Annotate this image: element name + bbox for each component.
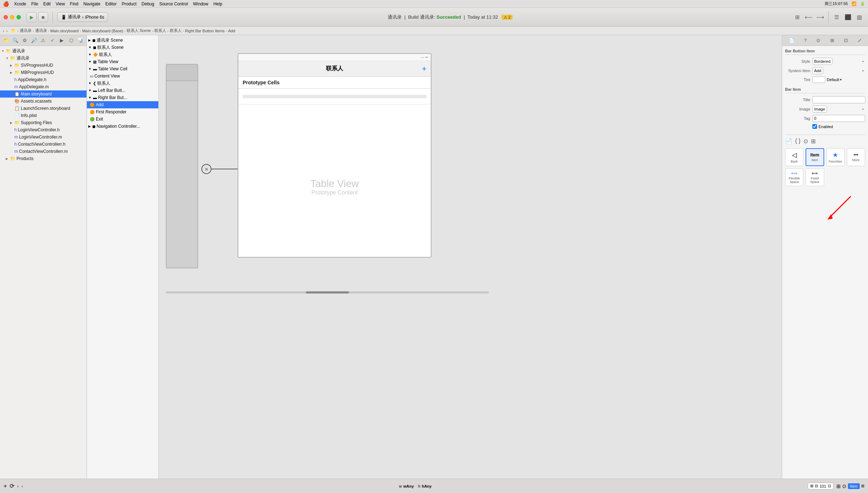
tint-color-swatch[interactable] bbox=[812, 76, 825, 83]
layout-toggle-btn[interactable]: ⊞ bbox=[792, 12, 802, 22]
scene-item-left-bar[interactable]: ▼ ▬ Left Bar Butt... bbox=[87, 87, 158, 94]
breadcrumb-item-1[interactable]: 通讯录 bbox=[20, 28, 32, 33]
tree-item-main-storyboard[interactable]: 📋 Main.storyboard bbox=[0, 90, 87, 98]
nav-report-icon[interactable]: 📊 bbox=[76, 38, 84, 43]
breadcrumb-item-8[interactable]: Right Bar Button Items bbox=[185, 29, 225, 33]
scene-item-lianxiren2[interactable]: ▼ ❮ 联系人 bbox=[87, 80, 158, 87]
menu-source-control[interactable]: Source Control bbox=[159, 1, 188, 6]
menu-window[interactable]: Window bbox=[193, 1, 209, 6]
scene-item-add[interactable]: 🟠 Add bbox=[87, 101, 158, 108]
breadcrumb-item-3[interactable]: Main.storyboard bbox=[50, 29, 79, 33]
tree-item-appdelegate-h[interactable]: h AppDelegate.h bbox=[0, 76, 87, 83]
scene-item-exit[interactable]: 🟢 Exit bbox=[87, 116, 158, 123]
nav-find-icon[interactable]: 🔎 bbox=[30, 38, 38, 43]
tree-item-svprogress[interactable]: ▶ 📁 SVProgressHUD bbox=[0, 62, 87, 69]
forward-btn[interactable]: ⟶ bbox=[815, 12, 825, 22]
nav-source-icon[interactable]: 🔍 bbox=[11, 38, 19, 43]
nav-breakpoint-icon[interactable]: ⬡ bbox=[67, 38, 75, 43]
menu-navigate[interactable]: Navigate bbox=[83, 1, 100, 6]
palette-item-item[interactable]: Item Item bbox=[806, 148, 824, 166]
menu-product[interactable]: Product bbox=[122, 1, 136, 6]
nav-test-icon[interactable]: ✓ bbox=[48, 38, 56, 43]
apple-menu[interactable]: 🍎 bbox=[3, 1, 9, 7]
canvas-area[interactable]: ⊞ — •• 联系人 + P bbox=[159, 35, 782, 479]
menu-editor[interactable]: Editor bbox=[106, 1, 117, 6]
toggle-icon[interactable]: ▶ bbox=[10, 64, 14, 67]
zoom-control[interactable]: ⊞ ⊟ 101 ⊡ bbox=[808, 483, 833, 489]
add-scene-button[interactable]: + bbox=[4, 483, 7, 489]
remove-scene-button[interactable]: ⟳ bbox=[10, 483, 14, 489]
minimize-button[interactable] bbox=[10, 15, 14, 19]
phone-nav-plus-button[interactable]: + bbox=[422, 64, 426, 74]
breadcrumb-item-2[interactable]: 通讯录 bbox=[35, 28, 47, 33]
tree-item-launch[interactable]: 📋 LaunchScreen.storyboard bbox=[0, 105, 87, 112]
menu-find[interactable]: Find bbox=[70, 1, 78, 6]
nav-next-btn[interactable]: › bbox=[6, 29, 8, 33]
inspector-identity-icon[interactable]: ⊙ bbox=[816, 38, 820, 43]
inspector-toggle[interactable]: ⊙ bbox=[842, 483, 846, 489]
scene-item-first-responder[interactable]: 🟠 First Responder bbox=[87, 108, 158, 116]
menu-debug[interactable]: Debug bbox=[141, 1, 154, 6]
expand-icon[interactable]: ⊞ bbox=[861, 484, 864, 488]
nav-issue-icon[interactable]: ⚠ bbox=[39, 38, 47, 43]
breadcrumb-item-9[interactable]: Add bbox=[228, 29, 235, 33]
palette-item-favorites[interactable]: ★ Favorites bbox=[826, 148, 845, 166]
toggle-icon[interactable]: ▶ bbox=[10, 71, 14, 74]
nav-prev-btn[interactable]: ‹ bbox=[3, 29, 4, 33]
toggle-icon[interactable]: ▶ bbox=[6, 157, 10, 160]
tree-item-contactvc-h[interactable]: h ContactViewControllerr.h bbox=[0, 141, 87, 148]
breadcrumb-item-4[interactable]: Main.storyboard (Base) bbox=[82, 29, 123, 33]
tree-item-loginvc-m[interactable]: m LoginViewController.m bbox=[0, 133, 87, 141]
nav-symbol-icon[interactable]: ⚙ bbox=[21, 38, 29, 43]
tree-item-contactvc-m[interactable]: m ContactViewControllerr.m bbox=[0, 148, 87, 155]
inspector-quick-icon[interactable]: ? bbox=[804, 38, 807, 43]
tree-item-subroot[interactable]: ▼ 📁 通讯录 bbox=[0, 55, 87, 62]
toggle-icon[interactable]: ▼ bbox=[1, 50, 6, 53]
inspector-size-icon[interactable]: ⊡ bbox=[844, 38, 848, 43]
palette-code-icon[interactable]: { } bbox=[795, 138, 801, 145]
nav-controller-box[interactable] bbox=[166, 64, 198, 268]
palette-item-back[interactable]: ◁ Back bbox=[785, 148, 803, 166]
tree-item-root[interactable]: ▼ 📁 通讯录 bbox=[0, 47, 87, 55]
back-arrow-icon[interactable]: ‹ bbox=[17, 484, 19, 488]
menu-file[interactable]: File bbox=[31, 1, 38, 6]
breadcrumb-item-7[interactable]: 联系人 bbox=[170, 28, 182, 33]
tree-item-loginvc-h[interactable]: h LoginViewController.h bbox=[0, 126, 87, 133]
breadcrumb-item-6[interactable]: 联系人 bbox=[154, 28, 166, 33]
palette-item-flexible[interactable]: ⟺ Flexible Space bbox=[785, 168, 803, 186]
menu-edit[interactable]: Edit bbox=[43, 1, 51, 6]
palette-item-more[interactable]: ••• More bbox=[847, 148, 865, 166]
canvas-scrollbar[interactable] bbox=[166, 291, 489, 294]
tree-item-supporting-files[interactable]: ▶ 📁 Supporting Files bbox=[0, 119, 87, 126]
scene-item-table-view-cell[interactable]: ▼ ▬ Table View Cell bbox=[87, 65, 158, 72]
inspector-connect-icon[interactable]: ⤢ bbox=[858, 38, 862, 43]
close-button[interactable] bbox=[4, 15, 8, 19]
stop-button[interactable]: ■ bbox=[38, 12, 48, 22]
scene-item-right-bar[interactable]: ▼ ▬ Right Bar But... bbox=[87, 94, 158, 101]
tree-item-products[interactable]: ▶ 📁 Products bbox=[0, 155, 87, 162]
system-item-select[interactable]: Add bbox=[812, 67, 823, 74]
scheme-selector[interactable]: 📱 通讯录 › iPhone 6s bbox=[57, 12, 108, 22]
inspector-attr-icon[interactable]: ⊞ bbox=[830, 38, 834, 43]
enabled-checkbox[interactable] bbox=[812, 124, 817, 129]
tree-item-appdelegate-m[interactable]: m AppDelegate.m bbox=[0, 83, 87, 90]
tree-item-assets[interactable]: 🎨 Assets.xcassets bbox=[0, 98, 87, 105]
inspector-file-icon[interactable]: 📄 bbox=[789, 38, 794, 43]
back-btn[interactable]: ⟵ bbox=[804, 12, 814, 22]
menu-help[interactable]: Help bbox=[213, 1, 222, 6]
palette-file-icon[interactable]: 📄 bbox=[785, 138, 792, 145]
tree-item-info-plist[interactable]: 📄 Info.plist bbox=[0, 112, 87, 119]
scene-item-content-view[interactable]: ▭ Content View bbox=[87, 72, 158, 80]
show-navigator-btn[interactable]: ☰ bbox=[831, 12, 841, 22]
scene-item-lianxiren-scene[interactable]: ▼ ◼ 联系人 Scene bbox=[87, 44, 158, 51]
warning-badge[interactable]: ⚠ 2 bbox=[501, 15, 513, 20]
style-select[interactable]: Bordered bbox=[812, 58, 832, 65]
scene-item-nav-controller[interactable]: ▶ ◼ Navigation Controller... bbox=[87, 123, 158, 130]
breadcrumb-item-5[interactable]: 联系人 Scene bbox=[127, 28, 151, 33]
show-debug-btn[interactable]: ⬛ bbox=[843, 12, 853, 22]
scene-item-table-view[interactable]: ▼ ▦ Table View bbox=[87, 58, 158, 65]
nav-project-icon[interactable]: 📁 bbox=[2, 38, 10, 43]
image-select[interactable]: Image bbox=[812, 105, 827, 113]
grid-icon[interactable]: ⊞ bbox=[836, 483, 841, 489]
menu-xcode[interactable]: Xcode bbox=[14, 1, 26, 6]
